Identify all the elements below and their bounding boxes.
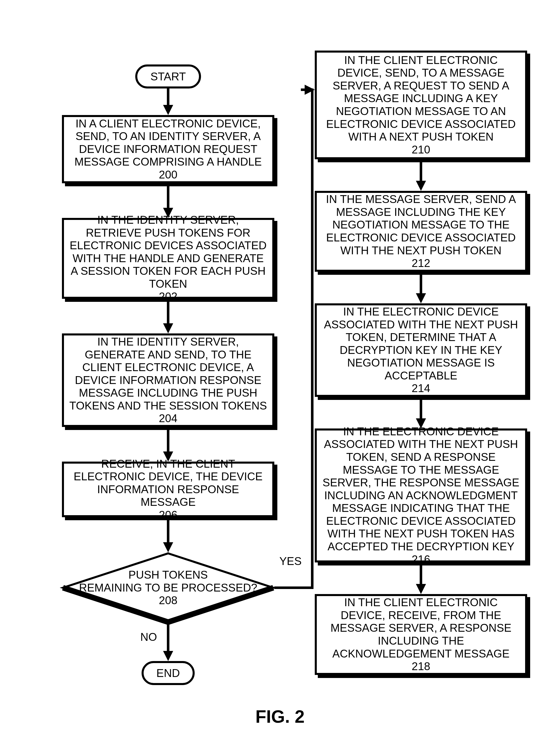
box-212-text: IN THE MESSAGE SERVER, SEND A MESSAGE IN… <box>322 193 520 270</box>
arrow-200-202 <box>167 186 169 218</box>
box-214: IN THE ELECTRONIC DEVICE ASSOCIATED WITH… <box>315 303 527 397</box>
svg-marker-9 <box>163 542 173 552</box>
box-218-text: IN THE CLIENT ELECTRONIC DEVICE, RECEIVE… <box>322 596 520 673</box>
svg-marker-23 <box>163 651 173 661</box>
box-200-text: IN A CLIENT ELECTRONIC DEVICE, SEND, TO … <box>69 117 267 181</box>
box-216: IN THE ELECTRONIC DEVICE ASSOCIATED WITH… <box>315 428 527 562</box>
arrow-210-212 <box>420 162 422 191</box>
arrow-214-216 <box>420 400 422 428</box>
arrow-212-214 <box>420 275 422 303</box>
box-206: RECEIVE, IN THE CLIENT ELECTRONIC DEVICE… <box>62 462 274 517</box>
box-210-text: IN THE CLIENT ELECTRONIC DEVICE, SEND, T… <box>322 54 520 156</box>
arrow-start-200 <box>167 89 169 115</box>
box-214-text: IN THE ELECTRONIC DEVICE ASSOCIATED WITH… <box>322 305 520 395</box>
terminator-start: START <box>135 65 201 89</box>
box-216-text: IN THE ELECTRONIC DEVICE ASSOCIATED WITH… <box>322 425 520 566</box>
box-206-text: RECEIVE, IN THE CLIENT ELECTRONIC DEVICE… <box>69 458 267 521</box>
box-202-text: IN THE IDENTITY SERVER, RETRIEVE PUSH TO… <box>69 214 267 303</box>
terminator-start-text: START <box>150 70 186 83</box>
figure-caption: FIG. 2 <box>255 706 304 727</box>
box-204-text: IN THE IDENTITY SERVER, GENERATE AND SEN… <box>69 335 267 425</box>
svg-marker-21 <box>416 584 426 594</box>
arrow-202-204 <box>167 302 169 333</box>
box-200: IN A CLIENT ELECTRONIC DEVICE, SEND, TO … <box>62 115 274 183</box>
svg-marker-15 <box>416 181 426 191</box>
arrow-216-218 <box>420 565 422 594</box>
box-218: IN THE CLIENT ELECTRONIC DEVICE, RECEIVE… <box>315 594 527 675</box>
arrow-yes <box>274 89 315 590</box>
box-202: IN THE IDENTITY SERVER, RETRIEVE PUSH TO… <box>62 218 274 299</box>
terminator-end-text: END <box>157 667 180 679</box>
svg-marker-1 <box>163 105 173 115</box>
arrow-204-206 <box>167 430 169 462</box>
label-no: NO <box>140 631 157 644</box>
box-210: IN THE CLIENT ELECTRONIC DEVICE, SEND, T… <box>315 51 527 159</box>
svg-marker-5 <box>163 323 173 333</box>
decision-208: PUSH TOKENSREMAINING TO BE PROCESSED?208 <box>62 552 274 623</box>
box-204: IN THE IDENTITY SERVER, GENERATE AND SEN… <box>62 333 274 427</box>
terminator-end: END <box>142 661 195 685</box>
svg-marker-17 <box>416 293 426 303</box>
arrow-no <box>167 623 169 661</box>
box-212: IN THE MESSAGE SERVER, SEND A MESSAGE IN… <box>315 191 527 272</box>
decision-208-text: PUSH TOKENSREMAINING TO BE PROCESSED?208 <box>79 568 257 607</box>
arrow-206-208 <box>167 520 169 552</box>
